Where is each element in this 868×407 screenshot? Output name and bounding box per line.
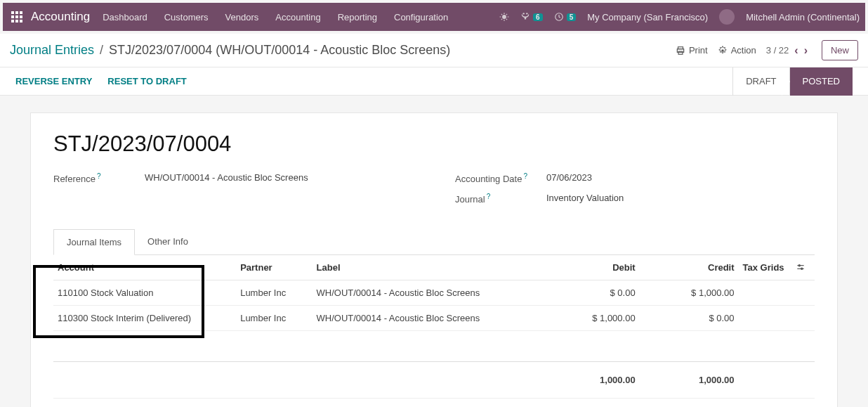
reference-label: Reference — [53, 174, 96, 184]
debug-icon[interactable] — [499, 12, 509, 22]
cell-account: 110300 Stock Interim (Delivered) — [53, 305, 236, 330]
table-row[interactable]: 110100 Stock Valuation Lumber Inc WH/OUT… — [53, 280, 815, 305]
reset-to-draft-button[interactable]: RESET TO DRAFT — [107, 76, 186, 86]
paginator: 3 / 22 ‹ › — [766, 44, 808, 57]
user-menu[interactable]: Mitchell Admin (Continental) — [746, 12, 860, 22]
svg-point-11 — [526, 13, 527, 14]
svg-point-10 — [523, 13, 525, 14]
status-bar: REVERSE ENTRY RESET TO DRAFT DRAFT POSTE… — [0, 67, 868, 96]
help-icon[interactable]: ? — [487, 193, 491, 200]
apps-icon[interactable] — [8, 8, 25, 25]
messages-badge: 6 — [533, 13, 543, 21]
col-debit: Debit — [541, 255, 640, 280]
nav-customers[interactable]: Customers — [164, 12, 209, 22]
cell-label: WH/OUT/00014 - Acoustic Bloc Screens — [313, 280, 541, 305]
pager-prev[interactable]: ‹ — [794, 44, 798, 57]
svg-rect-5 — [20, 15, 22, 18]
breadcrumb-bar: Journal Entries / STJ/2023/07/0004 (WH/O… — [0, 34, 868, 67]
journal-items-table: Account Partner Label Debit Credit Tax G… — [53, 255, 815, 399]
svg-point-18 — [799, 265, 801, 266]
status-draft[interactable]: DRAFT — [732, 67, 789, 96]
journal-value: Inventory Valuation — [546, 193, 624, 205]
activities-icon[interactable]: 5 — [554, 12, 577, 22]
svg-point-9 — [502, 15, 506, 19]
doc-title: STJ/2023/07/0004 — [53, 131, 815, 157]
svg-rect-2 — [20, 11, 22, 14]
cell-partner: Lumber Inc — [236, 280, 312, 305]
svg-rect-7 — [15, 20, 18, 22]
svg-rect-1 — [15, 11, 18, 14]
svg-rect-0 — [11, 11, 14, 14]
nav-accounting[interactable]: Accounting — [275, 12, 320, 22]
print-button[interactable]: Print — [676, 45, 708, 56]
company-switcher[interactable]: My Company (San Francisco) — [587, 12, 708, 22]
form-sheet: STJ/2023/07/0004 Reference? WH/OUT/00014… — [30, 112, 838, 407]
settings-icon[interactable] — [796, 262, 810, 272]
tabs: Journal Items Other Info — [53, 229, 815, 255]
cell-credit: $ 0.00 — [640, 305, 739, 330]
svg-point-16 — [721, 49, 724, 52]
tab-other-info[interactable]: Other Info — [135, 229, 201, 254]
svg-rect-8 — [20, 20, 22, 22]
cell-account: 110100 Stock Valuation — [53, 280, 236, 305]
cell-partner: Lumber Inc — [236, 305, 312, 330]
brand: Accounting — [31, 10, 90, 24]
col-credit: Credit — [640, 255, 739, 280]
right-nav: 6 5 My Company (San Francisco) Mitchell … — [499, 9, 860, 25]
cell-debit: $ 0.00 — [541, 280, 640, 305]
help-icon[interactable]: ? — [523, 172, 527, 180]
messages-icon[interactable]: 6 — [520, 12, 543, 22]
help-icon[interactable]: ? — [97, 172, 101, 180]
nav-menu: Dashboard Customers Vendors Accounting R… — [103, 12, 448, 22]
svg-rect-3 — [11, 15, 14, 18]
col-tax-grids: Tax Grids — [739, 255, 792, 280]
svg-rect-6 — [11, 20, 14, 22]
tab-journal-items[interactable]: Journal Items — [53, 229, 135, 255]
table-row[interactable]: 110300 Stock Interim (Delivered) Lumber … — [53, 305, 815, 330]
date-value: 07/06/2023 — [546, 172, 592, 184]
col-label: Label — [313, 255, 541, 280]
avatar[interactable] — [719, 9, 735, 25]
reverse-entry-button[interactable]: REVERSE ENTRY — [15, 76, 92, 86]
cell-debit: $ 1,000.00 — [541, 305, 640, 330]
svg-rect-4 — [15, 15, 18, 18]
pager-next[interactable]: › — [804, 44, 808, 57]
action-button[interactable]: Action — [718, 45, 756, 56]
cell-label: WH/OUT/00014 - Acoustic Bloc Screens — [313, 305, 541, 330]
nav-dashboard[interactable]: Dashboard — [103, 12, 147, 22]
breadcrumb-current: STJ/2023/07/0004 (WH/OUT/00014 - Acousti… — [109, 43, 450, 58]
col-account: Account — [53, 255, 236, 280]
pager-text: 3 / 22 — [766, 45, 789, 56]
status-posted[interactable]: POSTED — [789, 67, 853, 96]
journal-label: Journal — [455, 195, 485, 205]
breadcrumb-sep: / — [100, 43, 103, 58]
date-label: Accounting Date — [455, 174, 522, 184]
nav-vendors[interactable]: Vendors — [225, 12, 259, 22]
nav-reporting[interactable]: Reporting — [338, 12, 377, 22]
col-partner: Partner — [236, 255, 312, 280]
top-nav: Accounting Dashboard Customers Vendors A… — [3, 3, 865, 31]
activities-badge: 5 — [567, 13, 577, 21]
svg-point-20 — [801, 268, 803, 269]
cell-credit: $ 1,000.00 — [640, 280, 739, 305]
total-credit: 1,000.00 — [640, 361, 739, 398]
reference-value: WH/OUT/00014 - Acoustic Bloc Screens — [145, 172, 308, 184]
new-button[interactable]: New — [822, 40, 858, 60]
breadcrumb-parent[interactable]: Journal Entries — [10, 43, 94, 58]
total-debit: 1,000.00 — [541, 361, 640, 398]
nav-configuration[interactable]: Configuration — [394, 12, 448, 22]
